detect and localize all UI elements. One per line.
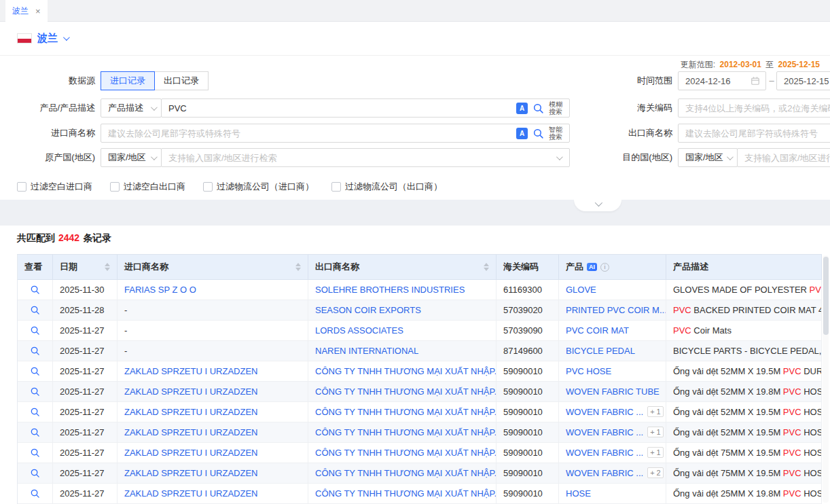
importer-link[interactable]: FARIAS SP Z O O	[124, 285, 196, 295]
importer-link[interactable]: ZAKLAD SPRZETU I URZADZEN	[124, 468, 257, 478]
view-icon[interactable]	[30, 488, 40, 499]
product-link[interactable]: PVC HOSE	[566, 366, 611, 376]
exporter-link[interactable]: LORDS ASSOCIATES	[315, 325, 403, 336]
product-type-select[interactable]: 产品描述	[101, 98, 162, 118]
filter-checkbox-logistics-importer[interactable]: 过滤物流公司（进口商）	[203, 181, 314, 193]
origin-country-label: 原产国(地区)	[17, 148, 95, 167]
sort-icon[interactable]	[295, 263, 301, 271]
update-range-from: 2012-03-01	[720, 60, 761, 69]
time-range-start-input[interactable]: 2024-12-16	[678, 71, 766, 90]
importer-link[interactable]: ZAKLAD SPRZETU I URZADZEN	[124, 448, 257, 458]
filter-checkbox-blank-importer[interactable]: 过滤空白进口商	[17, 181, 92, 193]
origin-country-input[interactable]	[162, 149, 556, 166]
origin-country-select[interactable]: 国家/地区	[101, 148, 162, 167]
hs-code-input[interactable]	[679, 99, 830, 117]
time-range-end-input[interactable]: 2025-12-15	[776, 71, 830, 90]
scrollbar-thumb[interactable]	[823, 257, 829, 335]
summary-prefix: 共匹配到	[17, 232, 55, 243]
exporter-link[interactable]: CÔNG TY TNHH THƯƠNG MẠI XUẤT NHẬP...	[315, 427, 497, 437]
importer-link[interactable]: -	[124, 325, 127, 336]
checkbox-icon[interactable]	[203, 182, 213, 192]
importer-link[interactable]: ZAKLAD SPRZETU I URZADZEN	[124, 386, 257, 397]
row-date: 2025-11-27	[53, 382, 118, 402]
exporter-link[interactable]: NAREN INTERNATIONAL	[315, 346, 418, 356]
exporter-link[interactable]: CÔNG TY TNHH THƯƠNG MẠI XUẤT NHẬP...	[315, 468, 497, 478]
view-icon[interactable]	[30, 386, 40, 397]
collapse-form-button[interactable]	[574, 200, 621, 211]
exporter-link[interactable]: CÔNG TY TNHH THƯƠNG MẠI XUẤT NHẬP...	[315, 407, 497, 417]
product-more-tag[interactable]: + 2	[647, 467, 664, 478]
exporter-link[interactable]: CÔNG TY TNHH THƯƠNG MẠI XUẤT NHẬP...	[315, 448, 497, 458]
product-link[interactable]: BICYCLE PEDAL	[566, 346, 635, 356]
destination-country-input[interactable]	[738, 149, 830, 166]
importer-link[interactable]: ZAKLAD SPRZETU I URZADZEN	[124, 407, 257, 417]
translate-icon[interactable]: A	[516, 128, 528, 139]
product-link[interactable]: WOVEN FABRIC ...	[566, 427, 643, 437]
product-link[interactable]: GLOVE	[566, 285, 596, 295]
smart-search-icon[interactable]	[533, 128, 544, 139]
time-range-label: 时间范围	[608, 71, 672, 90]
view-icon[interactable]	[30, 448, 40, 458]
view-icon[interactable]	[30, 305, 40, 315]
product-more-tag[interactable]: + 1	[647, 406, 664, 417]
destination-country-select[interactable]: 国家/地区	[678, 148, 738, 167]
product-link[interactable]: WOVEN FABRIC ...	[566, 448, 643, 458]
product-more-tag[interactable]: + 1	[647, 447, 664, 458]
view-icon[interactable]	[30, 366, 40, 376]
chevron-down-icon[interactable]	[63, 34, 70, 41]
importer-link[interactable]: -	[124, 346, 127, 356]
checkbox-icon[interactable]	[17, 182, 26, 192]
importer-link[interactable]: ZAKLAD SPRZETU I URZADZEN	[124, 366, 257, 376]
product-search-input[interactable]	[162, 99, 516, 117]
country-name[interactable]: 波兰	[37, 32, 58, 45]
info-icon[interactable]: i	[600, 263, 609, 272]
fuzzy-search-icon[interactable]	[533, 103, 544, 114]
product-link[interactable]: PRINTED PVC COIR M...	[566, 305, 666, 315]
smart-search-label[interactable]: 智能搜索	[549, 126, 564, 141]
importer-name-field: A 智能搜索	[101, 124, 570, 143]
view-icon[interactable]	[30, 427, 40, 437]
exporter-name-input[interactable]	[679, 124, 830, 142]
exporter-link[interactable]: SOLEHRE BROTHERS INDUSTRIES	[315, 285, 465, 295]
importer-link[interactable]: -	[124, 305, 127, 315]
update-range-label: 更新范围:	[681, 60, 715, 69]
hs-code-label: 海关编码	[608, 98, 672, 118]
filter-checkbox-blank-exporter[interactable]: 过滤空白出口商	[110, 181, 185, 193]
product-link[interactable]: WOVEN FABRIC ...	[566, 468, 643, 478]
view-icon[interactable]	[30, 468, 40, 478]
product-link[interactable]: WOVEN FABRIC TUBE	[566, 386, 660, 397]
product-search-field: A 模糊搜索	[161, 98, 570, 118]
sort-icon[interactable]	[484, 263, 489, 271]
product-more-tag[interactable]: + 1	[647, 427, 664, 437]
exporter-link[interactable]: CÔNG TY TNHH THƯƠNG MẠI XUẤT NHẬP...	[315, 488, 497, 499]
import-records-button[interactable]: 进口记录	[101, 71, 155, 90]
results-table: 查看 日期 进口商名称 出口商名称 海关编码 产品 AI i 产品描述	[17, 254, 822, 504]
exporter-link[interactable]: CÔNG TY TNHH THƯƠNG MẠI XUẤT NHẬP...	[315, 386, 497, 397]
tab-close-icon[interactable]: ×	[35, 6, 41, 16]
product-label: 产品/产品描述	[17, 98, 95, 118]
sort-icon[interactable]	[105, 263, 110, 271]
exporter-link[interactable]: SEASON COIR EXPORTS	[315, 305, 421, 315]
product-link[interactable]: WOVEN FABRIC ...	[566, 407, 643, 417]
checkbox-icon[interactable]	[331, 182, 341, 192]
checkbox-icon[interactable]	[110, 182, 120, 192]
importer-name-input[interactable]	[101, 124, 516, 142]
search-form: 更新范围: 2012-03-01 至 2025-12-15 数据源 进口记录 出…	[0, 56, 830, 200]
exporter-link[interactable]: CÔNG TY TNHH THƯƠNG MẠI XUẤT NHẬP...	[315, 366, 497, 376]
view-icon[interactable]	[30, 346, 40, 356]
time-range-start-value: 2024-12-16	[679, 76, 751, 86]
fuzzy-search-label[interactable]: 模糊搜索	[549, 101, 564, 115]
importer-link[interactable]: ZAKLAD SPRZETU I URZADZEN	[124, 427, 257, 437]
product-link[interactable]: HOSE	[566, 488, 591, 499]
export-records-button[interactable]: 出口记录	[154, 71, 209, 90]
view-icon[interactable]	[30, 285, 40, 295]
chevron-down-icon	[151, 154, 158, 160]
translate-icon[interactable]: A	[516, 103, 528, 114]
tab-poland[interactable]: 波兰 ×	[5, 0, 48, 22]
view-icon[interactable]	[30, 325, 40, 336]
product-link[interactable]: PVC COIR MAT	[566, 325, 629, 336]
importer-link[interactable]: ZAKLAD SPRZETU I URZADZEN	[124, 488, 257, 499]
filter-checkbox-logistics-exporter[interactable]: 过滤物流公司（出口商）	[331, 181, 442, 193]
view-icon[interactable]	[30, 407, 40, 417]
row-date: 2025-11-27	[53, 321, 118, 341]
